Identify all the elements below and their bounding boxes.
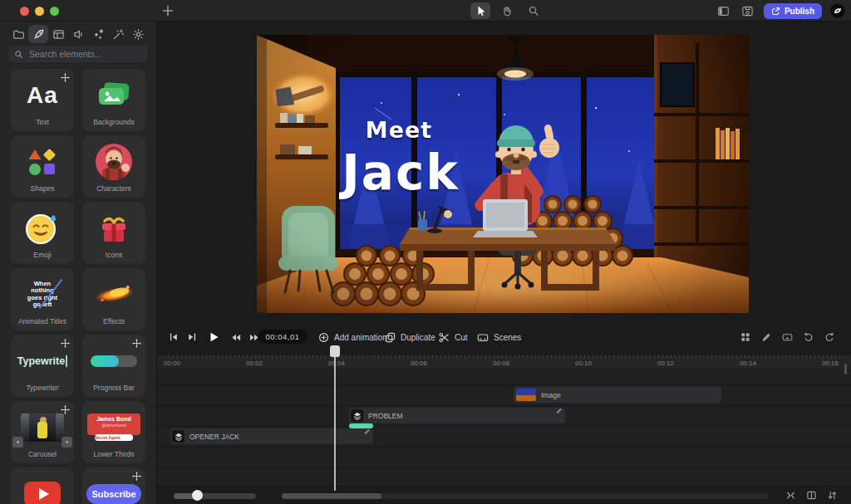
clip-fold-mark (364, 429, 369, 434)
zoom-slider-knob[interactable] (192, 490, 203, 501)
close-window-button[interactable] (20, 7, 29, 16)
card-animated-titles[interactable]: When nothing goes right go left Animated… (11, 268, 74, 330)
drag-handle-icon[interactable] (61, 339, 70, 348)
sidebar-nav (8, 25, 148, 43)
collapse-tracks-button[interactable] (785, 490, 796, 501)
card-typewriter[interactable]: Typewrite Typewriter (11, 335, 74, 397)
lane-divider (157, 384, 851, 385)
carousel-next-button[interactable]: › (61, 437, 72, 448)
clip-label: Image (541, 391, 561, 399)
undo-button[interactable] (804, 332, 814, 342)
search-input[interactable] (27, 48, 135, 60)
carousel-prev-button[interactable]: ‹ (12, 437, 23, 448)
grid-view-button[interactable] (740, 332, 750, 342)
sort-tracks-button[interactable] (827, 490, 838, 501)
drag-handle-icon[interactable] (132, 472, 141, 481)
card-backgrounds[interactable]: Backgrounds (82, 69, 145, 131)
ruler-tick: 00:14 (740, 360, 756, 367)
titlebar-right: Publish (716, 2, 846, 20)
card-characters[interactable]: Characters (82, 135, 145, 198)
playhead-handle[interactable] (330, 345, 340, 357)
scenes-icon (477, 332, 489, 343)
clip-opener-jack[interactable]: OPENER JACK (170, 428, 373, 444)
nav-folder-button[interactable] (8, 25, 28, 43)
skip-end-button[interactable] (187, 332, 197, 342)
typewriter-preview: Typewrite (17, 355, 65, 367)
add-animation-button[interactable]: Add animation (318, 326, 387, 348)
characters-icon (95, 143, 133, 181)
zoom-window-button[interactable] (50, 7, 59, 16)
card-text[interactable]: Aa Text (11, 69, 74, 131)
text-preview: Aa (27, 82, 58, 109)
scenes-button[interactable]: Scenes (477, 326, 521, 348)
card-effects[interactable]: Effects (82, 268, 145, 330)
elements-search[interactable] (8, 46, 148, 62)
layers-icon (172, 430, 184, 443)
plus-icon (161, 4, 175, 17)
card-youtube[interactable] (11, 467, 74, 504)
card-shapes[interactable]: Shapes (11, 135, 74, 198)
card-lower-thirds[interactable]: James Bond @jamesbond Secret Agent Lower… (82, 401, 145, 463)
nav-templates-button[interactable] (48, 25, 68, 43)
lower-third-preview: James Bond @jamesbond Secret Agent (87, 413, 140, 441)
duplicate-icon (385, 332, 396, 343)
vertical-scrollbar[interactable] (844, 364, 847, 374)
speaker-icon (72, 28, 85, 41)
card-icons[interactable]: Icons (82, 202, 145, 264)
drag-handle-icon[interactable] (132, 339, 141, 348)
skip-start-button[interactable] (169, 332, 179, 342)
nav-settings-button[interactable] (128, 25, 148, 43)
nav-audio-button[interactable] (68, 25, 88, 43)
drag-handle-icon[interactable] (61, 73, 70, 82)
avatar-logo-icon (832, 5, 844, 17)
element-cards-grid: Aa Text Backgrounds (11, 69, 146, 504)
magic-wand-icon (112, 28, 125, 41)
card-progress-bar[interactable]: Progress Bar (82, 335, 145, 397)
hand-tool-button[interactable] (497, 2, 517, 19)
clip-image[interactable]: Image (514, 387, 721, 403)
cut-button[interactable]: Cut (439, 326, 468, 348)
timeline-scrollbar[interactable] (282, 493, 768, 499)
video-canvas[interactable]: Meet Jack (257, 35, 749, 313)
window-controls (20, 7, 59, 16)
gift-icon (98, 213, 130, 243)
share-icon (771, 7, 780, 16)
nav-elements-button[interactable] (28, 25, 48, 43)
search-tool-button[interactable] (524, 2, 544, 19)
timeline-ruler[interactable]: 00:00 00:02 00:04 00:06 00:08 00:10 00:1… (157, 355, 851, 369)
timecode-display[interactable]: 00:04,01 (258, 330, 307, 344)
progress-bar-preview (91, 355, 137, 367)
captions-button[interactable] (782, 332, 793, 342)
duplicate-button[interactable]: Duplicate (385, 326, 435, 348)
nav-effects-button[interactable] (108, 25, 128, 43)
card-subscribe[interactable]: Subscribe (82, 467, 145, 504)
cursor-tool-button[interactable] (470, 2, 490, 19)
playhead-line (334, 356, 336, 491)
ruler-tick: 00:10 (575, 360, 592, 367)
minimize-window-button[interactable] (35, 7, 44, 16)
footer-tools (785, 490, 838, 501)
ruler-tick: 00:06 (411, 360, 427, 367)
clip-problem[interactable]: PROBLEM (349, 408, 565, 423)
card-label: Animated Titles (11, 317, 74, 325)
add-scene-button[interactable] (161, 4, 175, 17)
canvas-tools (470, 2, 544, 20)
rocket-icon (32, 28, 45, 41)
save-button[interactable] (740, 2, 756, 19)
play-button[interactable] (208, 331, 219, 343)
rewind-button[interactable] (230, 332, 241, 343)
card-emoji[interactable]: Emoji (11, 202, 74, 264)
save-icon (741, 5, 754, 17)
card-carousel[interactable]: ‹ › Carousel (11, 401, 74, 463)
transport-controls (169, 326, 260, 348)
scrollbar-handle[interactable] (282, 493, 381, 499)
redo-button[interactable] (824, 332, 834, 342)
nav-transitions-button[interactable] (88, 25, 108, 43)
marker-tool-button[interactable] (761, 332, 771, 342)
layers-icon (351, 409, 363, 422)
account-avatar[interactable] (829, 2, 846, 19)
split-panel-button[interactable] (806, 490, 817, 501)
timeline-zoom-slider[interactable] (174, 493, 256, 499)
publish-button[interactable]: Publish (764, 3, 822, 19)
toggle-panel-button[interactable] (716, 2, 732, 19)
